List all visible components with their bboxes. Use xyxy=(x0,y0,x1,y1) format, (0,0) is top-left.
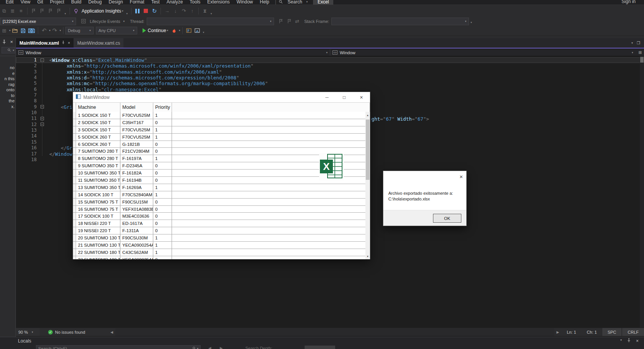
code-line[interactable]: 3 xmlns:x="http://schemas.microsoft.com/… xyxy=(16,69,644,75)
table-row[interactable]: 16 SUMITOMO 75 TYEFX01A0883B0 xyxy=(73,206,370,213)
bookmark-clear-icon[interactable] xyxy=(55,7,63,15)
row-header-cell[interactable] xyxy=(73,242,76,249)
float-window-icon[interactable]: ❐ xyxy=(637,41,640,45)
cell-priority[interactable]: 1 xyxy=(153,242,172,249)
menu-item-build[interactable]: Build xyxy=(68,0,85,5)
cell-model[interactable]: F90CSU30M xyxy=(120,234,153,242)
cell-machine[interactable]: 1 SODICK 150 T xyxy=(76,112,120,119)
undo-icon[interactable]: ↶ xyxy=(40,26,49,35)
cell-machine[interactable]: 13 SUMITOMO 350 T xyxy=(76,184,120,191)
tab-mainwindow-xaml[interactable]: MainWindow.xaml × xyxy=(16,38,73,48)
menu-search[interactable]: Search xyxy=(284,0,306,5)
cell-priority[interactable]: 1 xyxy=(153,184,172,191)
column-header-priority[interactable]: Priority xyxy=(153,103,172,112)
row-header-cell[interactable] xyxy=(73,141,76,148)
row-header-cell[interactable] xyxy=(73,162,76,170)
cell-model[interactable]: F-16182A xyxy=(120,170,153,177)
hot-reload-icon[interactable] xyxy=(170,26,178,35)
menu-item-extensions[interactable]: Extensions xyxy=(204,0,233,5)
table-row[interactable]: 15 SUMITOMO 75 TF90CSU15M0 xyxy=(73,199,370,206)
compare-documents-icon[interactable]: ⧉ xyxy=(0,7,8,15)
cell-priority[interactable]: 0 xyxy=(153,220,172,227)
cell-model[interactable]: G-1821B xyxy=(120,141,153,148)
platform-combobox[interactable]: Any CPU▾ xyxy=(96,27,137,34)
row-header-cell[interactable] xyxy=(73,199,76,206)
cell-machine[interactable]: 14 SODICK 100 T xyxy=(76,191,120,199)
navigator-left[interactable]: <> Window ▾ xyxy=(16,49,330,56)
show-next-statement-icon[interactable]: → xyxy=(163,7,171,15)
ok-button[interactable]: OK xyxy=(433,214,461,223)
menu-item-project[interactable]: Project xyxy=(47,0,68,5)
cell-priority[interactable]: 0 xyxy=(153,141,172,148)
row-header-cell[interactable] xyxy=(73,119,76,126)
save-icon[interactable] xyxy=(19,26,28,35)
cell-model[interactable]: F70CVU525M xyxy=(120,112,153,119)
redo-icon[interactable]: ↷ xyxy=(50,26,59,35)
cell-priority[interactable]: 1 xyxy=(153,234,172,242)
column-header-model[interactable]: Model xyxy=(120,103,153,112)
step-over-icon[interactable]: ↷ xyxy=(180,7,188,15)
table-row[interactable]: 19 NISSEI 220 TF-1311A0 xyxy=(73,227,370,234)
zoom-combobox[interactable]: 90 % ▾ xyxy=(16,328,40,336)
row-header-cell[interactable] xyxy=(73,234,76,242)
scrollbar-thumb[interactable] xyxy=(640,57,644,63)
scroll-up-icon[interactable]: ▲ xyxy=(365,112,370,118)
row-header-cell[interactable] xyxy=(73,170,76,177)
cell-machine[interactable]: 3 SODICK 150 T xyxy=(76,126,120,134)
table-row[interactable]: 22 SUMITOMO 180 TC43CS62AM1 xyxy=(73,249,370,256)
table-row[interactable]: 13 SUMITOMO 350 TF-16269A1 xyxy=(73,184,370,191)
cell-priority[interactable]: 0 xyxy=(153,206,172,213)
table-row[interactable]: 1 SODICK 150 TF70CVU525M1 xyxy=(73,112,370,119)
sign-in-link[interactable]: Sign in xyxy=(621,0,636,4)
step-out-icon[interactable]: ↑ xyxy=(188,7,196,15)
cell-priority[interactable]: 0 xyxy=(153,213,172,220)
menu-item-design[interactable]: Design xyxy=(105,0,126,5)
cell-machine[interactable]: 21 SUMITOMO 130 T xyxy=(76,242,120,249)
cell-priority[interactable]: 0 xyxy=(153,256,172,259)
row-header-cell[interactable] xyxy=(73,126,76,134)
row-header-cell[interactable] xyxy=(73,249,76,256)
fold-marker[interactable]: − xyxy=(41,58,44,62)
scroll-down-icon[interactable]: ▼ xyxy=(365,253,370,259)
code-line[interactable]: 4 xmlns:d="http://schemas.microsoft.com/… xyxy=(16,75,644,81)
table-row[interactable]: 17 SODICK 100 TM3E4C036360 xyxy=(73,213,370,220)
fold-marker[interactable]: − xyxy=(41,123,44,126)
menu-item-edit[interactable]: Edit xyxy=(2,0,17,5)
row-header-cell[interactable] xyxy=(73,220,76,227)
datagrid-rows[interactable]: 1 SODICK 150 TF70CVU525M12 SODICK 150 TC… xyxy=(73,112,370,259)
cell-model[interactable]: F-16269A xyxy=(120,184,153,191)
tab-list-dropdown-icon[interactable]: ▾ xyxy=(631,41,633,45)
lifecycle-events-button[interactable]: Lifecycle Events xyxy=(90,19,120,24)
cell-priority[interactable]: 0 xyxy=(153,177,172,184)
cell-machine[interactable]: 23 SUMITOMO 180 T xyxy=(76,256,120,259)
cell-model[interactable]: F-1311A xyxy=(120,227,153,234)
split-view-icon[interactable]: ⊞ xyxy=(639,50,642,55)
scroll-left-icon[interactable]: ◀ xyxy=(108,330,115,334)
row-header-cell[interactable] xyxy=(73,155,76,162)
toolbar-overflow-icon[interactable]: ▾ xyxy=(470,21,472,26)
cell-machine[interactable]: 9 SUMITOMO 350 T xyxy=(76,162,120,170)
search-depth-combobox[interactable] xyxy=(305,346,335,349)
menu-item-git[interactable]: Git xyxy=(34,0,46,5)
cell-model[interactable]: YEFX01A0883B xyxy=(120,206,153,213)
tab-mainwindow-xaml-cs[interactable]: MainWindow.xaml.cs xyxy=(74,38,123,48)
process-combobox[interactable]: [12292] Excel.exe▾ xyxy=(0,18,76,25)
table-row[interactable]: 20 SUMITOMO 130 TF90CSU30M1 xyxy=(73,234,370,242)
cell-priority[interactable]: 0 xyxy=(153,170,172,177)
navigator-right[interactable]: <> Window ▾ ⊞ xyxy=(330,49,644,56)
bookmark-toggle-icon[interactable] xyxy=(29,7,38,15)
outline-list-icon[interactable]: ≣ xyxy=(8,7,17,15)
menu-item-excel[interactable]: Excel xyxy=(313,0,333,5)
column-header-machine[interactable]: Machine xyxy=(76,103,120,112)
bookmark-prev-icon[interactable] xyxy=(38,7,46,15)
cell-model[interactable]: YECA0900254A xyxy=(120,256,153,259)
cell-machine[interactable]: 16 SUMITOMO 75 T xyxy=(76,206,120,213)
menu-item-debug[interactable]: Debug xyxy=(85,0,105,5)
cell-model[interactable]: YECA0900254A xyxy=(120,242,153,249)
close-icon[interactable]: × xyxy=(68,41,70,45)
bookmark-next-icon[interactable] xyxy=(46,7,55,15)
row-header-cell[interactable] xyxy=(73,134,76,141)
cell-model[interactable]: F-D2345A xyxy=(120,162,153,170)
code-line[interactable]: 1−<Window x:Class="Excel.MainWindow" xyxy=(16,57,644,63)
cell-priority[interactable]: 0 xyxy=(153,119,172,126)
